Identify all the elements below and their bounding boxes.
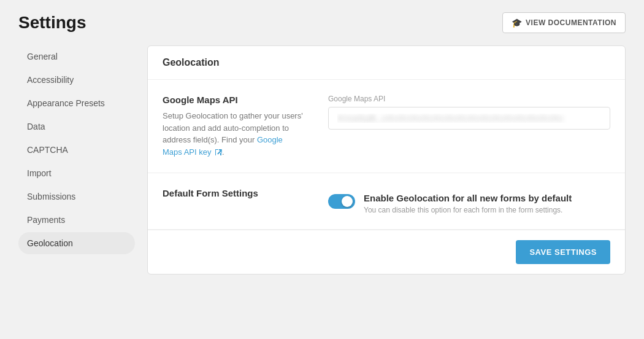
toggle-sub-label: You can disable this option for each for… [364, 206, 572, 214]
external-link-icon [215, 149, 222, 156]
google-maps-api-row: Google Maps API Setup Geolocation to gat… [148, 80, 625, 173]
geolocation-toggle[interactable] [328, 194, 355, 209]
footer-row: SAVE SETTINGS [148, 230, 625, 274]
section-title: Geolocation [163, 57, 610, 68]
sidebar-item-payments[interactable]: Payments [18, 209, 135, 231]
sidebar-item-accessibility[interactable]: Accessibility [18, 69, 135, 91]
view-docs-label: VIEW DOCUMENTATION [526, 18, 616, 27]
google-maps-api-input[interactable] [328, 107, 610, 130]
google-maps-api-name: Google Maps API [163, 95, 304, 105]
toggle-row: Enable Geolocation for all new forms by … [328, 188, 610, 214]
save-settings-button[interactable]: SAVE SETTINGS [516, 240, 610, 264]
toggle-thumb [342, 196, 353, 207]
graduation-icon: 🎓 [512, 18, 523, 28]
default-form-settings-control: Enable Geolocation for all new forms by … [328, 188, 610, 214]
google-maps-api-desc: Setup Geolocation to gather your users' … [163, 110, 304, 158]
google-maps-api-link[interactable]: Google Maps API key [163, 135, 283, 157]
section-header: Geolocation [148, 46, 625, 80]
toggle-main-label: Enable Geolocation for all new forms by … [364, 193, 572, 203]
sidebar-item-submissions[interactable]: Submissions [18, 185, 135, 208]
google-maps-api-label-col: Google Maps API Setup Geolocation to gat… [163, 95, 304, 158]
sidebar-item-captcha[interactable]: CAPTCHA [18, 139, 135, 161]
sidebar-item-import[interactable]: Import [18, 162, 135, 184]
page-title: Settings [18, 13, 86, 33]
google-maps-api-control: Google Maps API [328, 95, 610, 158]
toggle-track[interactable] [328, 194, 355, 209]
sidebar-item-appearance-presets[interactable]: Appearance Presets [18, 92, 135, 114]
default-form-settings-label-col: Default Form Settings [163, 188, 304, 214]
sidebar-item-geolocation[interactable]: Geolocation [18, 232, 135, 254]
api-field-label: Google Maps API [328, 95, 610, 103]
main-panel: Geolocation Google Maps API Setup Geoloc… [147, 45, 626, 275]
view-docs-button[interactable]: 🎓 VIEW DOCUMENTATION [502, 12, 626, 33]
toggle-label-group: Enable Geolocation for all new forms by … [364, 193, 572, 214]
default-form-settings-name: Default Form Settings [163, 188, 304, 198]
sidebar-item-data[interactable]: Data [18, 115, 135, 138]
default-form-settings-row: Default Form Settings Enable Geolocation… [148, 173, 625, 230]
sidebar-item-general[interactable]: General [18, 45, 135, 68]
sidebar: General Accessibility Appearance Presets… [18, 45, 147, 275]
